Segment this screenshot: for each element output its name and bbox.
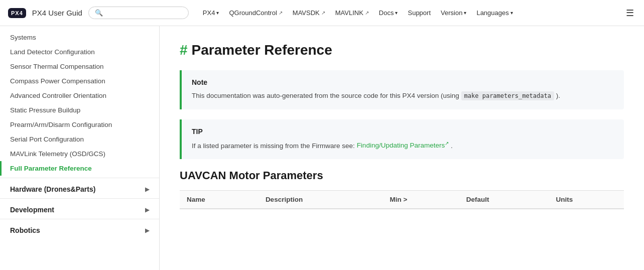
sidebar-item-prearm[interactable]: Prearm/Arm/Disarm Configuration [0, 117, 159, 132]
search-icon: 🔍 [95, 9, 103, 17]
sidebar-item-full-param[interactable]: Full Parameter Reference [0, 161, 159, 176]
sidebar-item-sensor-thermal[interactable]: Sensor Thermal Compensation [0, 59, 159, 74]
sidebar-item-development[interactable]: Development ▶ [0, 201, 159, 217]
note-body: This documentation was auto-generated fr… [192, 90, 614, 101]
page-title: Parameter Reference [192, 42, 332, 58]
logo: PX4 [8, 8, 26, 18]
sidebar-item-serial-port[interactable]: Serial Port Configuration [0, 132, 159, 147]
nav-version[interactable]: Version ▾ [437, 7, 470, 19]
top-nav: PX4 PX4 User Guid 🔍 PX4 ▾ QGroundControl… [0, 0, 644, 26]
sidebar-divider-1 [0, 178, 159, 178]
sidebar-divider-3 [0, 219, 159, 219]
nav-mavsdk[interactable]: MAVSDK ↗ [289, 7, 329, 19]
sidebar-item-compass-power[interactable]: Compass Power Compensation [0, 74, 159, 88]
nav-mavlink[interactable]: MAVLINK ↗ [331, 7, 373, 19]
hamburger-menu[interactable]: ☰ [624, 6, 636, 21]
page-title-row: # Parameter Reference [180, 42, 624, 58]
section-heading: UAVCAN Motor Parameters [180, 169, 624, 182]
sidebar-item-static-pressure[interactable]: Static Pressure Buildup [0, 103, 159, 117]
sidebar-item-mavlink-telemetry[interactable]: MAVLink Telemetry (OSD/GCS) [0, 147, 159, 161]
main-content: # Parameter Reference Note This document… [160, 26, 644, 270]
nav-links: PX4 ▾ QGroundControl ↗ MAVSDK ↗ MAVLINK … [199, 7, 517, 19]
tip-title: TIP [192, 127, 614, 136]
col-units: Units [549, 190, 624, 209]
note-title: Note [192, 78, 614, 86]
sidebar-divider-2 [0, 198, 159, 199]
chevron-right-icon-dev: ▶ [145, 207, 149, 213]
tip-callout: TIP If a listed parameter is missing fro… [180, 119, 624, 159]
note-callout: Note This documentation was auto-generat… [180, 70, 624, 109]
search-box[interactable]: 🔍 [88, 7, 189, 19]
col-description: Description [259, 190, 383, 209]
tip-body: If a listed parameter is missing from th… [192, 140, 614, 151]
table-header: Name Description Min > Default Units [180, 190, 624, 209]
hash-symbol: # [180, 42, 188, 58]
nav-languages[interactable]: Languages ▾ [472, 7, 517, 19]
nav-px4[interactable]: PX4 ▾ [199, 7, 223, 19]
sidebar-item-hardware[interactable]: Hardware (Drones&Parts) ▶ [0, 180, 159, 196]
site-title: PX4 User Guid [32, 9, 82, 17]
sidebar: Systems Land Detector Configuration Sens… [0, 26, 160, 270]
col-default: Default [459, 190, 549, 209]
code-inline: make parameters_metadata [461, 91, 554, 100]
external-link-icon: ↗ [445, 141, 449, 146]
nav-support[interactable]: Support [404, 7, 435, 19]
nav-docs[interactable]: Docs ▾ [375, 7, 402, 19]
sidebar-item-advanced-controller[interactable]: Advanced Controller Orientation [0, 88, 159, 103]
table-header-row: Name Description Min > Default Units [180, 190, 624, 209]
layout: Systems Land Detector Configuration Sens… [0, 26, 644, 270]
params-table: Name Description Min > Default Units [180, 190, 624, 209]
col-min: Min > [383, 190, 459, 209]
logo-text: PX4 [11, 10, 23, 16]
col-name: Name [180, 190, 259, 209]
sidebar-item-robotics[interactable]: Robotics ▶ [0, 221, 159, 237]
search-input[interactable] [106, 9, 182, 17]
chevron-right-icon-rob: ▶ [145, 227, 149, 234]
sidebar-item-land-detector[interactable]: Land Detector Configuration [0, 45, 159, 59]
chevron-right-icon: ▶ [145, 186, 149, 193]
sidebar-item-systems[interactable]: Systems [0, 30, 159, 45]
finding-params-link[interactable]: Finding/Updating Parameters↗ [357, 142, 451, 149]
nav-qgc[interactable]: QGroundControl ↗ [225, 7, 286, 19]
